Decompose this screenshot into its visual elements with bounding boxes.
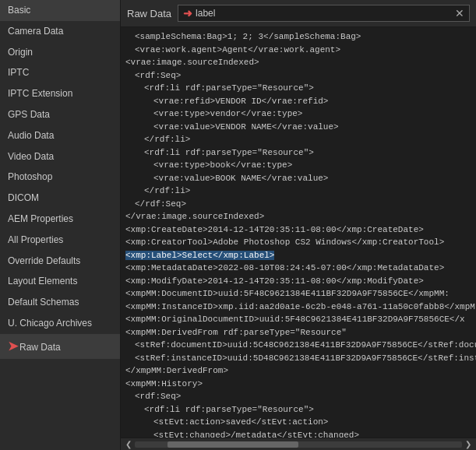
xml-highlighted-line: <xmp:Label>Select</xmp:Label> [125,251,274,260]
scroll-right-arrow[interactable]: ❯ [462,440,474,448]
xml-line: </vrae:image.sourceIndexed> [125,210,471,223]
xml-line: <xmp:CreateDate>2014-12-14T20:35:11-08:0… [125,223,471,237]
sidebar-item-label: Override Defaults [8,255,80,266]
xml-line: <stRef:instanceID>uuid:5D48C9621384E411B… [125,352,471,365]
xml-line: <stEvt:changed>/metadata</stEvt:changed> [125,429,471,438]
sidebar-item-label: Origin [8,47,33,58]
sidebar-item-all-properties[interactable]: All Properties [0,230,120,251]
sidebar-item-label: Layout Elements [8,276,77,287]
sidebar-item-photoshop[interactable]: Photoshop [0,167,120,188]
sidebar-item-iptc-extension[interactable]: IPTC Extension [0,83,120,104]
sidebar-item-label: IPTC Extension [8,88,72,99]
xml-line: <xmp:Label>Select</xmp:Label> [125,249,471,262]
sidebar-item-default-schemas[interactable]: Default Schemas [0,292,120,313]
xml-line: </rdf:li> [125,133,471,146]
xml-line: <rdf:li rdf:parseType="Resource"> [125,146,471,160]
xml-line: <xmpMM:DerivedFrom rdf:parseType="Resour… [125,326,471,339]
scroll-track[interactable] [135,441,462,448]
xml-line: <vrae:image.sourceIndexed> [125,56,471,69]
sidebar-item-audio-data[interactable]: Audio Data [0,125,120,146]
sidebar-item-label: Default Schemas [8,297,79,308]
sidebar-item-label: GPS Data [8,109,50,120]
xml-line: <vrae:type>vendor</vrae:type> [125,107,471,121]
sidebar-item-label: Video Data [8,151,54,162]
xml-line: <vrae:type>book</vrae:type> [125,159,471,172]
xml-line: <rdf:li rdf:parseType="Resource"> [125,403,471,417]
sidebar-item-camera-data[interactable]: Camera Data [0,21,120,42]
sidebar-item-layout-elements[interactable]: Layout Elements [0,271,120,292]
xml-line: <stRef:documentID>uuid:5C48C9621384E411B… [125,339,471,352]
xml-line: <xmp:CreatorTool>Adobe Photoshop CS2 Win… [125,236,471,249]
xml-line: <xmpMM:InstanceID>xmp.iid:aa2d0a1e-6c2b-… [125,301,471,314]
scroll-thumb[interactable] [167,441,298,448]
sidebar-item-label: U. Chicago Archives [8,318,92,329]
xml-line: <vrae:value>BOOK NAME</vrae:value> [125,172,471,185]
xml-line: </xmpMM:DerivedFrom> [125,364,471,378]
sidebar-item-aem-properties[interactable]: AEM Properties [0,209,120,230]
sidebar-item-u.-chicago-archives[interactable]: U. Chicago Archives [0,313,120,334]
main-panel: Raw Data ➜ ✕ <sampleSchema:Bag>1; 2; 3</… [121,0,476,450]
xml-line: <xmpMM:History> [125,378,471,391]
sidebar-item-label: IPTC [8,67,29,78]
xml-line: <rdf:Seq> [125,69,471,83]
scroll-left-arrow[interactable]: ❮ [122,440,135,448]
sidebar-item-label: Raw Data [19,342,61,353]
panel-title: Raw Data [127,8,171,19]
xml-line: </rdf:li> [125,185,471,198]
sidebar-item-label: DICOM [8,192,39,203]
xml-line: <stEvt:action>saved</stEvt:action> [125,416,471,429]
xml-line: <xmp:MetadataDate>2022-08-10T08:24:45-07… [125,262,471,275]
search-bar: ➜ ✕ [178,5,470,22]
sidebar-item-label: AEM Properties [8,213,73,224]
sidebar-item-gps-data[interactable]: GPS Data [0,104,120,125]
sidebar-item-label: Audio Data [8,130,54,141]
xml-line: <vrae:value>VENDOR NAME</vrae:value> [125,121,471,134]
panel-header: Raw Data ➜ ✕ [121,0,476,27]
horizontal-scrollbar: ❮ ❯ [121,438,476,450]
sidebar-item-override-defaults[interactable]: Override Defaults [0,251,120,272]
xml-line: <vrae:work.agent>Agent</vrae:work.agent> [125,44,471,57]
sidebar-item-dicom[interactable]: DICOM [0,188,120,209]
search-arrow-icon: ➜ [183,7,192,19]
sidebar-item-basic[interactable]: Basic [0,0,120,21]
sidebar-item-label: Basic [8,5,30,16]
xml-line: <rdf:Seq> [125,390,471,403]
close-icon[interactable]: ✕ [455,7,464,19]
sidebar-item-iptc[interactable]: IPTC [0,62,120,83]
xml-line: <xmpMM:DocumentID>uuid:5F48C9621384E411B… [125,287,471,301]
sidebar-item-label: All Properties [8,234,63,245]
sidebar-item-label: Photoshop [8,171,52,182]
xml-line: <vrae:refid>VENDOR ID</vrae:refid> [125,95,471,108]
search-input[interactable] [196,8,452,19]
xml-line: <xmpMM:OriginalDocumentID>uuid:5F48C9621… [125,313,471,326]
sidebar: BasicCamera DataOriginIPTCIPTC Extension… [0,0,121,450]
xml-line: <sampleSchema:Bag>1; 2; 3</sampleSchema:… [125,30,471,44]
sidebar-item-video-data[interactable]: Video Data [0,146,120,167]
xml-content-area: <sampleSchema:Bag>1; 2; 3</sampleSchema:… [121,27,476,438]
sidebar-item-origin[interactable]: Origin [0,42,120,63]
xml-line: <rdf:li rdf:parseType="Resource"> [125,82,471,95]
sidebar-item-label: Camera Data [8,26,63,37]
raw-data-arrow-icon: ➤ [8,338,18,355]
xml-line: </rdf:Seq> [125,198,471,211]
xml-line: <xmp:ModifyDate>2014-12-14T20:35:11-08:0… [125,275,471,288]
sidebar-item-raw-data[interactable]: ➤Raw Data [0,334,120,359]
